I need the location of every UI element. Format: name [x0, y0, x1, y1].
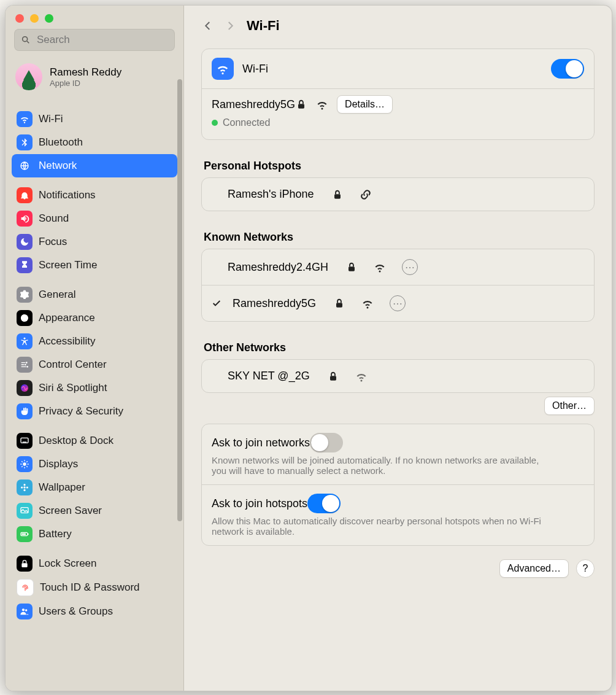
traffic-lights [6, 6, 183, 29]
page-title: Wi-Fi [247, 18, 280, 34]
siri-icon [17, 380, 33, 396]
settings-window: Ramesh Reddy Apple ID Wi-FiBluetoothNetw… [5, 5, 612, 691]
lock-icon [295, 98, 307, 111]
details-button[interactable]: Details… [337, 95, 393, 114]
hotspots-title: Personal Hotspots [201, 149, 595, 177]
sidebar-item-label: Bluetooth [39, 136, 83, 149]
ask-networks-desc: Known networks will be joined automatica… [212, 455, 555, 476]
lock-icon [17, 556, 33, 572]
battery-icon [17, 526, 33, 542]
sidebar-item-appearance[interactable]: Appearance [12, 306, 177, 330]
wifi-signal-icon [316, 98, 328, 111]
flower-icon [17, 480, 33, 495]
wifi-title: Wi-Fi [242, 63, 268, 76]
sidebar-item-label: Users & Groups [39, 605, 113, 618]
network-name: Rameshreddy5G [233, 297, 316, 310]
sidebar-item-network[interactable]: Network [12, 154, 177, 177]
lock-icon [327, 370, 339, 382]
advanced-button[interactable]: Advanced… [499, 559, 569, 578]
sidebar-item-wallpaper[interactable]: Wallpaper [12, 476, 177, 499]
sidebar-item-general[interactable]: General [12, 283, 177, 306]
fingerprint-icon [17, 579, 34, 596]
sidebar-item-control-center[interactable]: Control Center [12, 353, 177, 376]
sidebar-item-focus[interactable]: Focus [12, 230, 177, 254]
sidebar-item-label: Focus [39, 236, 67, 248]
avatar [15, 63, 42, 90]
known-title: Known Networks [201, 220, 595, 249]
sidebar-item-label: Privacy & Security [39, 405, 123, 417]
ask-hotspots-desc: Allow this Mac to automatically discover… [212, 516, 555, 537]
sidebar-item-screen-time[interactable]: Screen Time [12, 254, 177, 277]
other-networks-list: SKY NET @_2G [201, 359, 595, 393]
hotspot-row[interactable]: Ramesh's iPhone [202, 178, 594, 211]
sidebar-item-label: Appearance [39, 312, 95, 324]
sidebar-item-label: General [39, 289, 75, 301]
sidebar-item-touch-id-password[interactable]: Touch ID & Password [12, 575, 177, 600]
hand-icon [17, 403, 33, 419]
more-button[interactable]: ⋯ [390, 295, 406, 311]
search-icon [21, 34, 31, 45]
fullscreen-window-button[interactable] [45, 14, 53, 23]
lock-icon [345, 261, 358, 273]
other-button[interactable]: Other… [544, 397, 595, 415]
sidebar-item-label: Screen Time [39, 259, 97, 271]
search-input[interactable] [36, 33, 168, 47]
sidebar-item-battery[interactable]: Battery [12, 522, 177, 546]
back-button[interactable] [202, 20, 214, 31]
wifi-signal-icon [355, 370, 368, 382]
sidebar: Ramesh Reddy Apple ID Wi-FiBluetoothNetw… [6, 6, 184, 691]
sidebar-item-sound[interactable]: Sound [12, 207, 177, 230]
lock-icon [333, 297, 345, 309]
sidebar-item-wi-fi[interactable]: Wi-Fi [12, 107, 177, 131]
close-window-button[interactable] [15, 14, 24, 23]
bell-icon [17, 187, 33, 203]
help-button[interactable]: ? [576, 559, 595, 578]
other-network-row[interactable]: SKY NET @_2G [202, 360, 594, 392]
sidebar-item-bluetooth[interactable]: Bluetooth [12, 131, 177, 154]
known-network-row[interactable]: Rameshreddy2.4GH⋯ [202, 249, 594, 285]
sliders-icon [17, 357, 33, 373]
known-network-row[interactable]: Rameshreddy5G⋯ [202, 285, 594, 321]
sidebar-item-accessibility[interactable]: Accessibility [12, 330, 177, 353]
appearance-icon [17, 310, 33, 326]
wifi-signal-icon [374, 261, 386, 273]
connected-network-name: Rameshreddy5G [212, 98, 295, 111]
globe-icon [17, 158, 33, 174]
header: Wi-Fi [201, 17, 595, 40]
apple-id-row[interactable]: Ramesh Reddy Apple ID [6, 55, 183, 99]
sidebar-item-users-groups[interactable]: Users & Groups [12, 600, 177, 623]
sidebar-item-screen-saver[interactable]: Screen Saver [12, 499, 177, 522]
status-text: Connected [223, 117, 270, 128]
displays-icon [17, 456, 33, 472]
sidebar-item-lock-screen[interactable]: Lock Screen [12, 552, 177, 575]
more-button[interactable]: ⋯ [402, 259, 418, 275]
join-options-panel: Ask to join networks Known networks will… [201, 424, 595, 546]
sidebar-item-label: Siri & Spotlight [39, 382, 107, 394]
sidebar-item-label: Network [39, 160, 77, 172]
wifi-icon [17, 111, 33, 127]
sidebar-item-desktop-dock[interactable]: Desktop & Dock [12, 429, 177, 452]
sidebar-item-displays[interactable]: Displays [12, 452, 177, 476]
wifi-icon [212, 58, 234, 80]
scrollbar[interactable] [177, 79, 182, 521]
ask-networks-toggle[interactable] [310, 433, 343, 452]
main-content: Wi-Fi Wi-Fi Rameshreddy5G Details… [184, 6, 612, 691]
sidebar-item-notifications[interactable]: Notifications [12, 184, 177, 207]
sidebar-item-siri-spotlight[interactable]: Siri & Spotlight [12, 376, 177, 400]
hotspots-list: Ramesh's iPhone [201, 177, 595, 211]
ask-hotspots-toggle[interactable] [307, 494, 341, 513]
check-icon [212, 297, 221, 309]
minimize-window-button[interactable] [30, 14, 39, 23]
sidebar-item-label: Battery [39, 528, 72, 540]
sidebar-item-privacy-security[interactable]: Privacy & Security [12, 400, 177, 423]
ask-networks-title: Ask to join networks [212, 437, 310, 449]
search-field[interactable] [14, 29, 175, 51]
sidebar-item-label: Lock Screen [39, 557, 97, 570]
sidebar-item-label: Touch ID & Password [40, 581, 140, 594]
wifi-toggle[interactable] [551, 59, 584, 79]
profile-sub: Apple ID [50, 79, 121, 88]
lock-icon [331, 188, 344, 201]
forward-button[interactable] [225, 20, 236, 31]
profile-name: Ramesh Reddy [50, 66, 121, 79]
hourglass-icon [17, 257, 33, 273]
